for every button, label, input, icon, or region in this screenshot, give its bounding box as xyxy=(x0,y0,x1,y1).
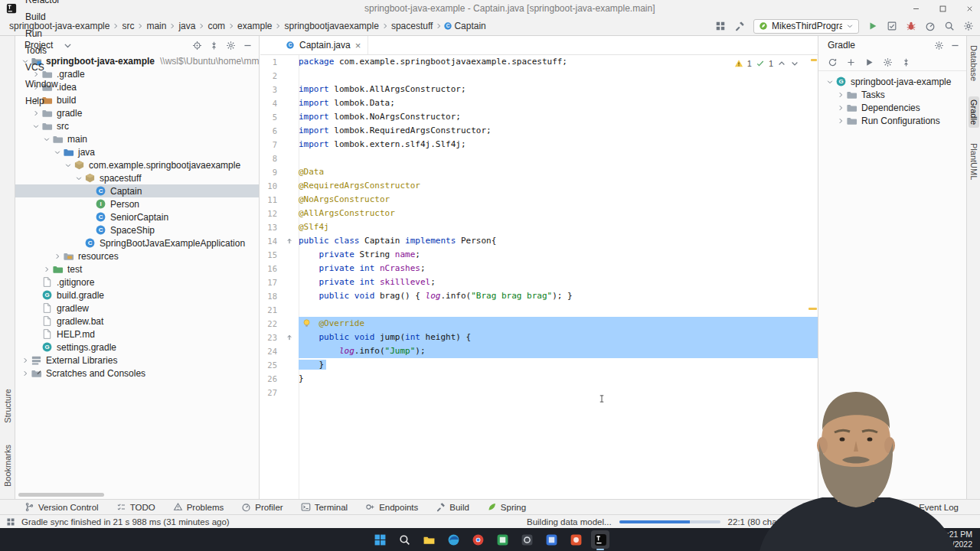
hide-panel-icon[interactable] xyxy=(950,41,960,51)
locate-file-icon[interactable] xyxy=(192,41,202,51)
gear-icon[interactable] xyxy=(963,21,974,31)
tool-window-button-profiler[interactable]: Profiler xyxy=(241,502,283,512)
chevron-right-icon[interactable] xyxy=(835,103,845,112)
breadcrumb-item-springbootjavaexample[interactable]: springbootjavaexample xyxy=(283,21,380,31)
plus-icon[interactable] xyxy=(846,57,856,67)
search-icon[interactable] xyxy=(395,530,413,549)
code-text[interactable]: log.info("Jump"); xyxy=(299,344,818,358)
tool-window-button-spring[interactable]: Spring xyxy=(487,502,526,512)
chevron-right-icon[interactable] xyxy=(20,368,30,378)
hide-panel-icon[interactable] xyxy=(243,41,253,51)
gear-icon[interactable] xyxy=(226,41,236,51)
horizontal-scrollbar[interactable] xyxy=(18,493,104,497)
tool-stripe-bookmarks[interactable]: Bookmarks xyxy=(3,445,12,487)
maximize-icon[interactable] xyxy=(939,5,947,13)
intention-bulb-icon[interactable] xyxy=(302,318,312,328)
chevron-down-icon[interactable] xyxy=(74,173,83,183)
tool-stripe-gradle[interactable]: Gradle xyxy=(969,96,979,128)
tool-window-button-version-control[interactable]: Version Control xyxy=(24,502,99,512)
code-line-8[interactable]: 8 xyxy=(260,152,818,165)
project-tree-item-seniorcaptain[interactable]: CSeniorCaptain xyxy=(15,210,259,223)
code-text[interactable]: } xyxy=(299,372,818,386)
project-tree-item-src[interactable]: src xyxy=(15,119,259,132)
chevron-up-icon[interactable] xyxy=(777,59,786,68)
code-text[interactable]: public class Captain implements Person{ xyxy=(299,234,818,248)
project-tree-item-springbootjavaexampleapplication[interactable]: CSpringBootJavaExampleApplication xyxy=(15,236,259,249)
code-text[interactable]: import lombok.RequiredArgsConstructor; xyxy=(299,124,818,138)
code-text[interactable]: public void brag() { log.info("Brag brag… xyxy=(299,289,818,303)
code-line-21[interactable]: 21 xyxy=(260,303,818,317)
code-line-24[interactable]: 24 log.info("Jump"); xyxy=(260,344,818,358)
code-line-18[interactable]: 18 public void brag() { log.info("Brag b… xyxy=(260,289,818,303)
chrome-browser-icon[interactable] xyxy=(469,530,487,549)
code-line-10[interactable]: 10@RequiredArgsConstructor xyxy=(260,179,818,193)
code-line-6[interactable]: 6import lombok.RequiredArgsConstructor; xyxy=(260,124,818,138)
code-line-5[interactable]: 5import lombok.NoArgsConstructor; xyxy=(260,110,818,124)
code-text[interactable]: @RequiredArgsConstructor xyxy=(299,179,818,193)
tool-window-button-build[interactable]: Build xyxy=(436,502,469,512)
project-tree-item-java[interactable]: java xyxy=(15,145,259,158)
breadcrumb-item-example[interactable]: example xyxy=(236,21,273,31)
tool-window-button-todo[interactable]: TODO xyxy=(116,502,155,512)
code-line-22[interactable]: 22 @Override xyxy=(260,317,818,331)
code-line-17[interactable]: 17 private int skilllevel; xyxy=(260,276,818,289)
code-line-11[interactable]: 11@NoArgsConstructor xyxy=(260,193,818,207)
caret-position[interactable]: 22:1 (80 chars) xyxy=(728,517,787,527)
menu-help[interactable]: Help xyxy=(20,93,67,109)
code-line-15[interactable]: 15 private String name; xyxy=(260,248,818,262)
file-explorer-icon[interactable] xyxy=(420,530,438,549)
code-text[interactable]: import lombok.Data; xyxy=(299,96,818,110)
code-text[interactable]: @Override xyxy=(299,317,818,331)
code-line-7[interactable]: 7import lombok.extern.slf4j.Slf4j; xyxy=(260,138,818,152)
menu-window[interactable]: Window xyxy=(20,76,67,93)
chevron-down-icon[interactable] xyxy=(825,77,835,86)
code-line-16[interactable]: 16 private int nCrashes; xyxy=(260,262,818,276)
code-line-27[interactable]: 27 xyxy=(260,386,818,399)
chevron-down-icon[interactable] xyxy=(790,59,799,68)
chevron-down-icon[interactable] xyxy=(52,147,62,157)
project-tree-item-gradlew[interactable]: gradlew xyxy=(15,302,259,315)
project-tree-item-spacestuff[interactable]: spacestuff xyxy=(15,171,259,184)
code-line-2[interactable]: 2 xyxy=(260,69,818,83)
code-text[interactable] xyxy=(299,386,818,399)
chevron-right-icon[interactable] xyxy=(41,264,51,274)
gradle-root-item[interactable]: Gspringboot-java-example xyxy=(818,75,966,88)
windows-start-icon[interactable] xyxy=(371,530,389,549)
code-line-12[interactable]: 12@AllArgsConstructor xyxy=(260,207,818,220)
orange-app-icon[interactable] xyxy=(567,530,585,549)
code-text[interactable]: private int skilllevel; xyxy=(299,276,818,289)
breadcrumb-item-main[interactable]: main xyxy=(145,21,168,31)
chevron-right-icon[interactable] xyxy=(20,355,30,365)
code-text[interactable]: @Slf4j xyxy=(299,220,818,234)
implement-marker-icon[interactable] xyxy=(280,234,299,248)
run-icon[interactable] xyxy=(867,21,878,31)
breadcrumb-item-src[interactable]: src xyxy=(120,21,136,31)
breadcrumb-item-spacestuff[interactable]: spacestuff xyxy=(390,21,434,31)
code-line-9[interactable]: 9@Data xyxy=(260,165,818,179)
chevron-right-icon[interactable] xyxy=(52,251,62,261)
code-line-26[interactable]: 26} xyxy=(260,372,818,386)
minimize-icon[interactable] xyxy=(912,5,920,13)
project-tree-item-scratches-and-consoles[interactable]: Scratches and Consoles xyxy=(15,367,259,380)
code-text[interactable]: import lombok.NoArgsConstructor; xyxy=(299,110,818,124)
breadcrumb-item-captain[interactable]: Captain xyxy=(452,21,487,31)
project-tree-item-com-example-springbootjavaexample[interactable]: com.example.springbootjavaexample xyxy=(15,158,259,171)
taskbar-clock[interactable]: 10:21 PM 11/1/2022 xyxy=(937,530,972,549)
project-tree-item-spaceship[interactable]: CSpaceShip xyxy=(15,223,259,236)
run-config-combo[interactable]: MikesThirdProgram xyxy=(753,19,859,34)
breadcrumb-item-com[interactable]: com xyxy=(206,21,227,31)
inspections-widget[interactable]: 1 1 xyxy=(731,58,802,69)
project-tree-item-gradlew-bat[interactable]: gradlew.bat xyxy=(15,315,259,328)
code-text[interactable]: public void jump(int height) { xyxy=(299,331,818,344)
code-text[interactable]: @Data xyxy=(299,165,818,179)
code-text[interactable]: import lombok.AllArgsConstructor; xyxy=(299,83,818,96)
edge-browser-icon[interactable] xyxy=(444,530,462,549)
collapse-all-icon[interactable] xyxy=(209,41,219,51)
close-icon[interactable] xyxy=(965,5,974,13)
code-text[interactable]: @NoArgsConstructor xyxy=(299,193,818,207)
warning-stripe-mark[interactable] xyxy=(811,59,817,61)
code-text[interactable]: private String name; xyxy=(299,248,818,262)
project-tree-item-help-md[interactable]: HELP.md xyxy=(15,328,259,341)
tool-window-button-endpoints[interactable]: Endpoints xyxy=(365,502,418,512)
tool-stripe-database[interactable]: Database xyxy=(969,45,978,81)
